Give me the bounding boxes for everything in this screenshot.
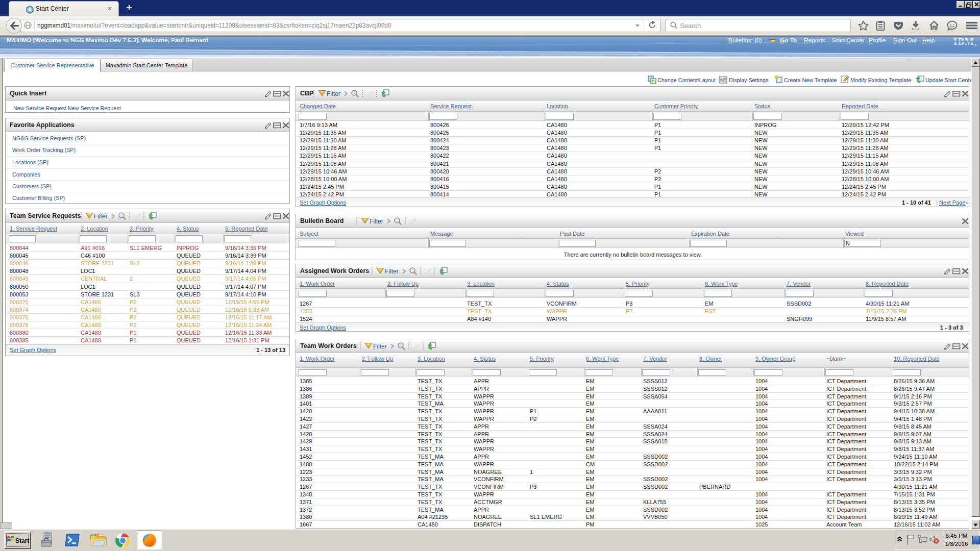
svg-text:®: ® <box>974 44 977 47</box>
